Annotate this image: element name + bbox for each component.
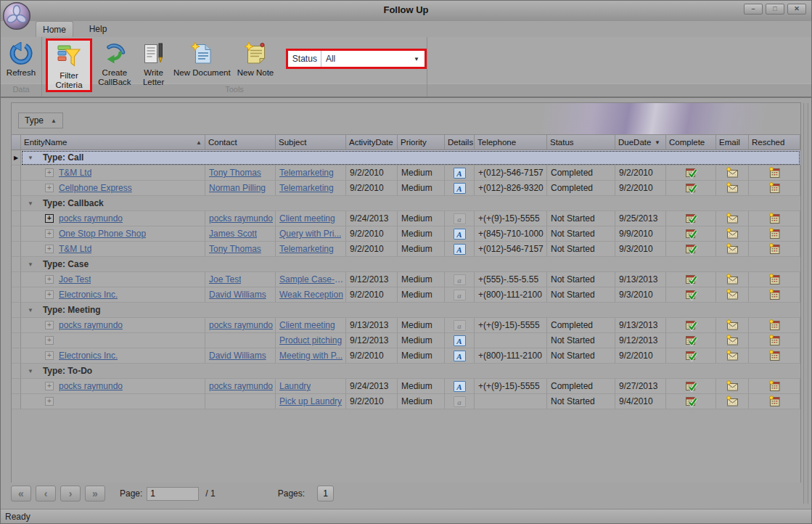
complete-icon[interactable] xyxy=(685,274,697,285)
details-icon[interactable]: a xyxy=(454,290,466,300)
complete-icon[interactable] xyxy=(685,289,697,300)
column-header-resched[interactable]: Resched xyxy=(749,135,800,150)
subject-link[interactable]: Telemarketing xyxy=(279,183,334,193)
minimize-button[interactable]: – xyxy=(744,4,763,15)
details-icon[interactable]: A xyxy=(454,381,466,392)
refresh-button[interactable]: Refresh xyxy=(2,38,40,78)
column-header-contact[interactable]: Contact xyxy=(205,135,276,150)
filter-criteria-button[interactable]: Filter Criteria xyxy=(48,41,90,89)
details-icon[interactable]: A xyxy=(454,335,466,346)
contact-link[interactable]: James Scott xyxy=(209,229,257,239)
resched-icon[interactable] xyxy=(768,289,781,300)
resched-icon[interactable] xyxy=(768,380,781,392)
resched-icon[interactable] xyxy=(768,243,781,255)
table-row[interactable]: One Stop Phone Shop James Scott Query wi… xyxy=(12,226,800,242)
vertical-scrollbar[interactable] xyxy=(803,103,808,504)
complete-icon[interactable] xyxy=(685,380,697,392)
group-collapse-icon[interactable] xyxy=(28,261,33,268)
details-icon[interactable]: A xyxy=(454,168,466,179)
group-collapse-icon[interactable] xyxy=(28,155,33,161)
expand-icon[interactable] xyxy=(45,275,54,284)
details-icon[interactable]: a xyxy=(454,396,466,407)
table-row[interactable]: Pick up Laundry 9/2/2010 Medium a Not St… xyxy=(12,394,800,409)
table-row[interactable]: Cellphone Express Norman Pilling Telemar… xyxy=(12,181,800,196)
group-row[interactable]: Type: Callback xyxy=(12,196,800,211)
details-icon[interactable]: A xyxy=(454,183,466,194)
expand-icon[interactable] xyxy=(45,321,54,329)
close-button[interactable]: ✕ xyxy=(787,4,806,15)
column-header-priority[interactable]: Priority xyxy=(398,135,445,150)
contact-link[interactable]: David Williams xyxy=(209,351,266,361)
contact-link[interactable]: Joe Test xyxy=(209,274,241,284)
table-row[interactable]: Electronics Inc. David Williams Meeting … xyxy=(12,348,800,364)
subject-link[interactable]: Query with Pri... xyxy=(279,229,341,239)
complete-icon[interactable] xyxy=(685,396,697,407)
page-number-button[interactable]: 1 xyxy=(317,486,334,502)
complete-icon[interactable] xyxy=(685,182,697,194)
email-icon[interactable] xyxy=(726,350,739,361)
filter-dropdown-icon[interactable] xyxy=(655,139,663,146)
group-row[interactable]: Type: Call xyxy=(12,150,800,165)
group-row[interactable]: Type: To-Do xyxy=(12,364,800,379)
complete-icon[interactable] xyxy=(685,335,697,346)
table-row[interactable]: T&M Ltd Tony Thomas Telemarketing 9/2/20… xyxy=(12,242,800,257)
email-icon[interactable] xyxy=(726,396,739,407)
resched-icon[interactable] xyxy=(768,335,781,346)
first-page-button[interactable]: « xyxy=(11,486,31,502)
table-row[interactable]: Electronics Inc. David Williams Weak Rec… xyxy=(12,287,800,303)
last-page-button[interactable]: » xyxy=(85,486,105,502)
page-input[interactable] xyxy=(147,487,199,501)
contact-link[interactable]: David Williams xyxy=(209,290,266,300)
column-header-activity_date[interactable]: ActivityDate xyxy=(346,135,398,150)
group-collapse-icon[interactable] xyxy=(28,307,33,314)
expand-icon[interactable] xyxy=(45,397,54,406)
group-collapse-icon[interactable] xyxy=(28,200,33,207)
subject-link[interactable]: Telemarketing xyxy=(279,244,334,254)
email-icon[interactable] xyxy=(726,289,739,300)
contact-link[interactable]: pocks raymundo xyxy=(209,213,273,224)
complete-icon[interactable] xyxy=(685,213,697,224)
subject-link[interactable]: Laundry xyxy=(279,381,311,391)
entity-link[interactable]: One Stop Phone Shop xyxy=(59,229,146,239)
resched-icon[interactable] xyxy=(768,228,781,240)
tab-help[interactable]: Help xyxy=(79,21,117,37)
expand-icon[interactable] xyxy=(45,229,54,238)
entity-link[interactable]: T&M Ltd xyxy=(59,168,91,178)
email-icon[interactable] xyxy=(726,335,739,346)
column-header-complete[interactable]: Complete xyxy=(666,135,716,150)
table-row[interactable]: Product pitching 9/12/2013 Medium A Not … xyxy=(12,333,800,348)
entity-link[interactable]: Electronics Inc. xyxy=(59,351,118,361)
entity-link[interactable]: Cellphone Express xyxy=(59,183,132,193)
subject-link[interactable]: Client meeting xyxy=(279,320,335,330)
contact-link[interactable]: pocks raymundo xyxy=(209,381,273,391)
group-row[interactable]: Type: Case xyxy=(12,257,800,272)
expand-icon[interactable] xyxy=(45,336,54,345)
expand-icon[interactable] xyxy=(45,351,54,360)
column-header-telephone[interactable]: Telephone xyxy=(475,135,547,150)
expand-icon[interactable] xyxy=(45,382,54,390)
subject-link[interactable]: Telemarketing xyxy=(279,168,334,178)
group-by-type-button[interactable]: Type xyxy=(18,112,63,128)
column-header-details[interactable]: Details xyxy=(445,135,475,150)
contact-link[interactable]: Tony Thomas xyxy=(209,168,261,178)
expand-icon[interactable] xyxy=(45,290,54,299)
table-row[interactable]: Joe Test Joe Test Sample Case-F... 9/12/… xyxy=(12,272,800,287)
entity-link[interactable]: pocks raymundo xyxy=(59,381,123,391)
details-icon[interactable]: a xyxy=(454,274,466,285)
details-icon[interactable]: a xyxy=(454,213,466,224)
write-letter-button[interactable]: Write Letter xyxy=(136,38,172,86)
email-icon[interactable] xyxy=(726,228,739,240)
resched-icon[interactable] xyxy=(768,167,781,179)
group-row[interactable]: Type: Meeting xyxy=(12,303,800,318)
complete-icon[interactable] xyxy=(685,243,697,255)
subject-link[interactable]: Client meeting xyxy=(279,213,335,224)
column-header-due_date[interactable]: DueDate xyxy=(615,135,666,150)
table-row[interactable]: pocks raymundo pocks raymundo Client mee… xyxy=(12,318,800,333)
new-document-button[interactable]: New Document xyxy=(172,38,233,78)
app-logo-icon[interactable] xyxy=(2,1,31,30)
details-icon[interactable]: A xyxy=(454,229,466,240)
contact-link[interactable]: pocks raymundo xyxy=(209,320,273,330)
entity-link[interactable]: Joe Test xyxy=(59,274,91,284)
table-row[interactable]: T&M Ltd Tony Thomas Telemarketing 9/2/20… xyxy=(12,165,800,181)
new-note-button[interactable]: New Note xyxy=(232,38,279,78)
